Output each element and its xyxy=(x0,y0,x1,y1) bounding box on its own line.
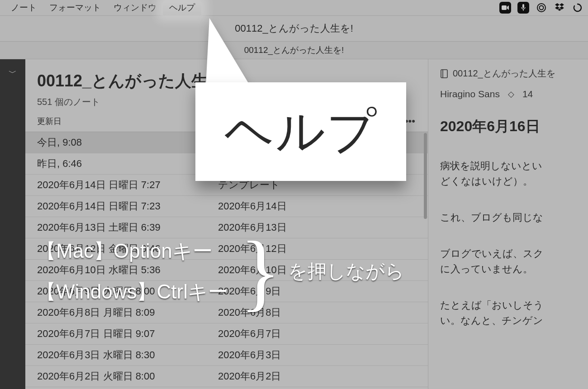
note-row-updated: 今日, 9:08 xyxy=(37,136,218,149)
note-paragraph: 病状を説明しないとい どくなはいけど）。 xyxy=(440,158,588,189)
note-row-title: 2020年6月8日 xyxy=(218,306,416,319)
note-row-title: 2020年6月3日 xyxy=(218,348,416,362)
font-stepper-icon[interactable]: ◇ xyxy=(508,92,514,96)
note-row-title: 2020年6月13日 xyxy=(218,221,416,234)
microphone-icon[interactable] xyxy=(517,2,529,14)
svg-point-3 xyxy=(537,4,545,12)
note-row-updated: 2020年6月8日 月曜日 8:09 xyxy=(37,306,218,319)
menu-bar: ノート フォーマット ウィンドウ ヘルプ xyxy=(0,0,588,16)
note-row-updated: 2020年6月12日 金曜日 6:46 xyxy=(37,242,218,256)
svg-rect-5 xyxy=(441,70,447,78)
note-row[interactable]: 2020年6月7日 日曜日 9:072020年6月7日 xyxy=(25,323,428,345)
note-row-updated: 2020年6月2日 火曜日 8:00 xyxy=(37,370,218,383)
note-row[interactable]: 2020年6月3日 水曜日 8:302020年6月3日 xyxy=(25,345,428,366)
note-row-title: 2020年6月14日 xyxy=(218,199,416,213)
menu-window[interactable]: ウィンドウ xyxy=(107,0,163,15)
note-row-title: 2020年6月2日 xyxy=(218,370,416,383)
note-title[interactable]: 2020年6月16日 xyxy=(440,117,588,137)
note-row-updated: 2020年6月7日 日曜日 9:07 xyxy=(37,327,218,341)
note-row-updated: 2020年6月3日 水曜日 8:30 xyxy=(37,348,218,362)
tab-title[interactable]: 00112_とんがった人生を! xyxy=(244,44,344,56)
breadcrumb[interactable]: 00112_とんがった人生を xyxy=(440,67,588,80)
spiral-icon[interactable] xyxy=(536,2,547,14)
svg-rect-0 xyxy=(502,5,507,10)
note-row-title: 2020年6月7日 xyxy=(218,327,416,341)
font-name[interactable]: Hiragino Sans xyxy=(440,89,500,100)
scrollbar-thumb[interactable] xyxy=(424,133,427,219)
tab-bar: 00112_とんがった人生を! xyxy=(0,42,588,59)
font-size[interactable]: 14 xyxy=(522,89,533,100)
callout-label: ヘルプ xyxy=(224,99,378,165)
breadcrumb-text: 00112_とんがった人生を xyxy=(453,67,555,80)
note-row[interactable]: 2020年6月12日 金曜日 6:462020年6月12日 xyxy=(25,238,428,260)
note-row[interactable]: 2020年6月8日 月曜日 8:092020年6月8日 xyxy=(25,302,428,323)
note-row-updated: 2020年6月14日 日曜日 7:23 xyxy=(37,199,218,213)
editor-column: 00112_とんがった人生を Hiragino Sans ◇ 14 2020年6… xyxy=(428,59,588,389)
note-paragraph: これ、ブログも同じな xyxy=(440,210,588,225)
note-paragraph: ブログでいえば、スク に入っていません。 xyxy=(440,246,588,277)
menu-note[interactable]: ノート xyxy=(5,0,43,15)
note-row-title: 2020年6月10日 xyxy=(218,263,416,277)
note-row-updated: 2020年6月13日 土曜日 6:39 xyxy=(37,221,218,234)
svg-rect-1 xyxy=(522,4,524,8)
window-title-bar: 00112_とんがった人生を! xyxy=(0,16,588,42)
note-row-title: 2020年6月9日 xyxy=(218,285,416,298)
help-callout: ヘルプ xyxy=(195,82,406,181)
note-row-updated: 2020年6月9日 火曜日 8:00 xyxy=(37,285,218,298)
note-row[interactable]: 2020年6月10日 水曜日 5:362020年6月10日 xyxy=(25,260,428,281)
note-row[interactable]: 2020年6月13日 土曜日 6:392020年6月13日 xyxy=(25,217,428,238)
note-row-title: 2020年6月12日 xyxy=(218,242,416,256)
sidebar-collapse-strip[interactable]: ﹀ xyxy=(0,59,25,389)
note-row-updated: 2020年6月10日 水曜日 5:36 xyxy=(37,263,218,277)
note-row[interactable]: 2020年6月2日 火曜日 8:002020年6月2日 xyxy=(25,366,428,387)
sort-by-label[interactable]: 更新日 xyxy=(37,116,62,127)
note-body[interactable]: 病状を説明しないとい どくなはいけど）。これ、ブログも同じなブログでいえば、スク… xyxy=(440,158,588,349)
note-row-updated: 昨日, 6:46 xyxy=(37,157,218,171)
camera-icon[interactable] xyxy=(499,2,511,14)
note-row[interactable]: 2020年6月14日 日曜日 7:232020年6月14日 xyxy=(25,196,428,217)
note-row[interactable]: 2020年6月9日 火曜日 8:002020年6月9日 xyxy=(25,281,428,302)
note-paragraph: たとえば「おいしそう い。なんと、チンゲン xyxy=(440,298,588,328)
menu-help[interactable]: ヘルプ xyxy=(163,0,201,15)
chevron-down-icon: ﹀ xyxy=(9,67,17,389)
menu-format[interactable]: フォーマット xyxy=(43,0,107,15)
window-title: 00112_とんがった人生を! xyxy=(235,22,353,35)
dropbox-icon[interactable] xyxy=(554,2,565,14)
note-row-updated: 2020年6月14日 日曜日 7:27 xyxy=(37,178,218,192)
more-options-icon[interactable]: ••• xyxy=(405,115,415,127)
swirl-icon[interactable] xyxy=(572,2,583,14)
callout-pointer xyxy=(206,18,250,86)
svg-point-4 xyxy=(540,6,544,10)
notebook-icon xyxy=(440,69,448,78)
